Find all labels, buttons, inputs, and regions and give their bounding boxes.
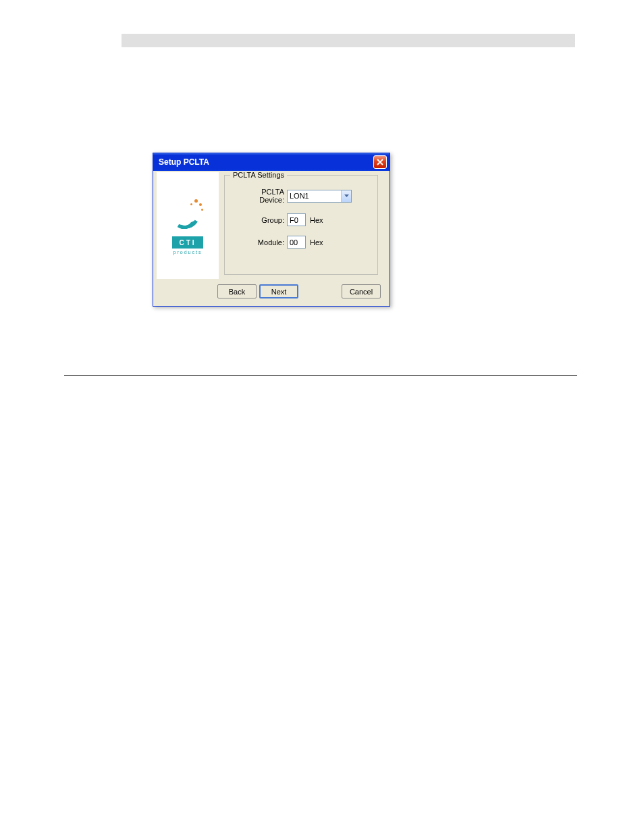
next-button[interactable]: Next — [259, 284, 298, 298]
close-button[interactable] — [373, 155, 387, 169]
groupbox-title: PCLTA Settings — [230, 171, 287, 179]
chevron-down-icon — [341, 190, 351, 202]
page-header-bar — [122, 34, 575, 47]
settings-pane: PCLTA Settings PCLTA Device: LON1 Group: — [220, 171, 387, 280]
titlebar[interactable]: Setup PCLTA — [153, 153, 390, 171]
field-pclta-device: PCLTA Device: LON1 — [237, 188, 371, 204]
logo-graphic — [167, 197, 208, 234]
horizontal-rule — [64, 375, 577, 376]
pclta-device-label: PCLTA Device: — [237, 188, 284, 204]
close-icon — [377, 159, 383, 165]
cancel-button[interactable]: Cancel — [342, 284, 381, 298]
pclta-settings-group: PCLTA Settings PCLTA Device: LON1 Group: — [224, 175, 378, 275]
module-input[interactable] — [287, 236, 306, 249]
logo-subtext: products — [164, 250, 211, 255]
group-label: Group: — [237, 216, 284, 224]
group-input[interactable] — [287, 213, 306, 226]
button-row: Back Next Cancel — [155, 280, 387, 304]
pclta-device-select[interactable]: LON1 — [287, 190, 352, 203]
content-row: CTI products PCLTA Settings PCLTA Device… — [155, 171, 387, 280]
module-label: Module: — [237, 238, 284, 246]
field-group: Group: Hex — [237, 213, 371, 226]
cti-logo: CTI products — [164, 197, 211, 255]
dialog-body: CTI products PCLTA Settings PCLTA Device… — [155, 171, 387, 304]
group-hex-label: Hex — [310, 216, 323, 224]
pclta-device-value: LON1 — [290, 192, 309, 200]
setup-pclta-dialog: Setup PCLTA CTI produ — [153, 153, 390, 307]
logo-brand: CTI — [172, 236, 203, 249]
field-module: Module: Hex — [237, 236, 371, 249]
back-button[interactable]: Back — [217, 284, 257, 298]
module-hex-label: Hex — [310, 238, 323, 246]
logo-pane: CTI products — [157, 172, 219, 279]
dialog-title: Setup PCLTA — [159, 157, 209, 167]
